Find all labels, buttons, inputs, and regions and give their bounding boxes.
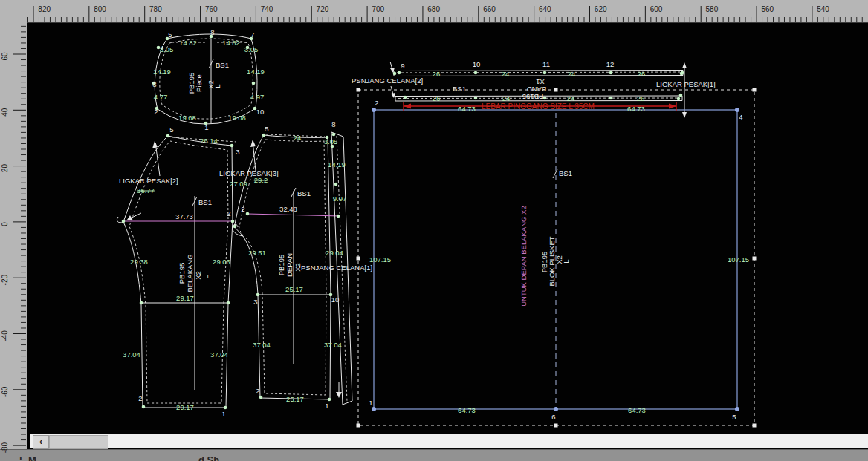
ruler-label: -620 <box>592 5 607 13</box>
ruler-label: -580 <box>703 5 718 13</box>
measurement-label: 29.51 <box>248 249 266 257</box>
piece-name: L <box>213 84 221 88</box>
point-number: 2 <box>138 394 142 402</box>
measurement-label: 29.04 <box>326 249 343 257</box>
point-number: 3 <box>253 298 257 306</box>
ruler-label: -600 <box>647 5 662 13</box>
ruler-label: -760 <box>203 5 218 13</box>
arrow-down-icon <box>336 392 342 398</box>
measurement-label: 4.77 <box>154 93 168 101</box>
annotation-red: LEBAR PINGGANG SIZE L 35CM <box>482 102 595 111</box>
measurement-label: 37.04 <box>324 341 342 349</box>
point-number: 5 <box>169 125 173 134</box>
pattern-point <box>609 71 613 75</box>
pattern-point <box>404 96 407 99</box>
measurement-label: 26 <box>637 94 645 102</box>
measurement-name: LIGKAR PESAK[1] <box>656 80 716 88</box>
grainline-label: BS1 <box>559 169 572 177</box>
measurement-label: 14.82 <box>179 39 197 47</box>
point-number: 10 <box>473 60 481 68</box>
corner-point <box>735 108 739 112</box>
grainline-label: BS1 <box>198 198 212 206</box>
piece-name: DEPAN <box>285 253 294 277</box>
pattern-point <box>334 183 338 186</box>
ruler-label: -540 <box>814 5 829 13</box>
ruler-label: -700 <box>369 5 384 13</box>
ruler-label: 20 <box>1 164 9 173</box>
measurement-label: 107.15 <box>369 255 391 264</box>
fold-mark <box>553 169 557 178</box>
pattern-point <box>677 97 681 101</box>
point-number: 1 <box>221 410 225 418</box>
measurement-label: 4.97 <box>250 93 265 101</box>
measurement-label: 25.17 <box>285 285 303 293</box>
pattern-point <box>398 71 401 75</box>
point-number: 1 <box>204 123 208 131</box>
ruler-label: 60 <box>1 52 9 61</box>
measurement-label: 24 <box>502 70 510 78</box>
measurement-label: 14.19 <box>328 160 346 169</box>
drawing-canvas[interactable]: -820-800-780-760-740-720-700-680-660-640… <box>0 0 868 461</box>
ruler-label: -680 <box>425 5 440 13</box>
ruler-label: 40 <box>1 108 9 117</box>
ruler-label: -60 <box>1 386 9 397</box>
arrow-up-icon <box>152 141 158 148</box>
measurement-label: 25.17 <box>286 395 304 403</box>
point-number: 8 <box>210 28 214 36</box>
arrow-icon <box>127 215 133 220</box>
pattern-point <box>474 71 478 75</box>
measurement-label: 3.05 <box>244 45 259 53</box>
measurement-label: 24 <box>568 70 576 78</box>
ruler-label: -20 <box>1 275 9 286</box>
ruler-label: -640 <box>537 5 551 13</box>
pattern-point <box>609 97 613 100</box>
piece-name: Piece <box>195 74 203 92</box>
ruler-label: -660 <box>481 5 496 13</box>
pattern-point <box>227 301 230 305</box>
piece-name: PB195 <box>277 255 285 276</box>
point-number: 3 <box>236 148 239 156</box>
pattern-point <box>262 134 266 137</box>
point-number: 1 <box>325 402 328 410</box>
ruler-label: -800 <box>91 5 106 13</box>
point-number: 2 <box>227 209 230 218</box>
ruler-label: -720 <box>314 5 328 13</box>
measurement-name: PSNJANG CELANA[1] <box>301 264 372 272</box>
measurement-label: 24 <box>294 134 302 142</box>
corner-point <box>735 407 739 411</box>
pattern-labels: 587414.8214.823.053.0514.1914.1934.774.9… <box>119 28 749 421</box>
measurement-label: 26.14 <box>200 137 218 145</box>
point-number: 10 <box>331 295 340 304</box>
grainline-label: BS1 <box>216 61 229 69</box>
pattern-point <box>337 215 340 218</box>
point-number: 2 <box>375 99 378 107</box>
point-number: 7 <box>250 30 254 39</box>
pattern-point <box>140 301 143 305</box>
pattern-point <box>259 396 263 399</box>
point-number: 1 <box>369 399 372 407</box>
grainline-label: BS1 <box>297 189 311 197</box>
measurement-label: 9.97 <box>333 194 347 203</box>
pattern-point <box>328 398 331 402</box>
ruler-label: -820 <box>36 5 51 13</box>
piece-name: BAND <box>527 85 547 94</box>
measurement-label: 3.05 <box>160 45 174 53</box>
point-number: 12 <box>606 60 615 68</box>
ruler-label: -780 <box>147 5 162 13</box>
pattern-point <box>543 71 547 75</box>
arrow-icon <box>391 93 395 98</box>
pattern-point <box>231 220 235 223</box>
ruler-label: -40 <box>1 330 9 341</box>
measurement-name: PSNJANG CELANA[2] <box>352 76 423 85</box>
measurement-label: 29.38 <box>130 258 148 266</box>
pattern-point <box>252 82 256 85</box>
piece-note: UNTUK DEPAN BELAKANG X2 <box>519 206 528 307</box>
measurement-label: 26 <box>433 70 441 78</box>
measurement-label: 14.82 <box>222 39 240 47</box>
pattern-point <box>680 72 684 76</box>
pattern-point <box>393 72 397 76</box>
pattern-point <box>224 406 227 410</box>
measurement-label: 19.08 <box>178 114 196 122</box>
measurement-label: 29.06 <box>213 258 230 266</box>
point-number: 9 <box>401 62 404 70</box>
